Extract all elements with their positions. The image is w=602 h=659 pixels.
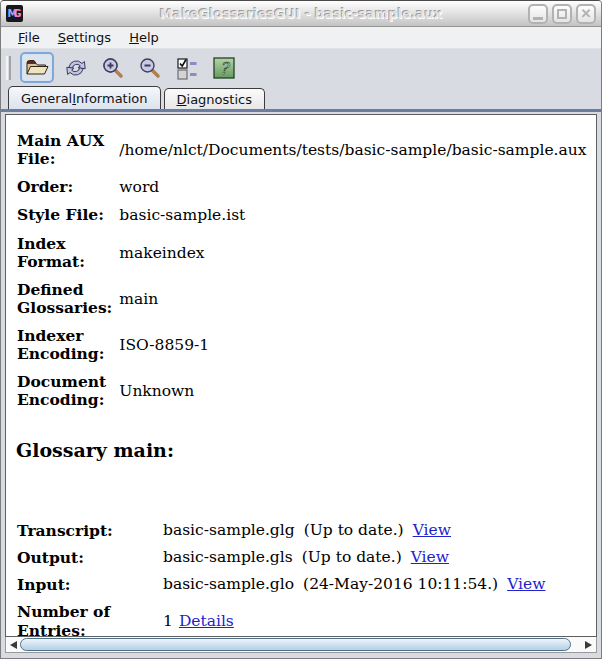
field-value-order: word — [118, 173, 587, 201]
table-row: Transcript: basic-sample.glg(Up to date.… — [16, 517, 546, 544]
tab-diagnostics[interactable]: Diagnostics — [164, 88, 265, 109]
input-file: basic-sample.glo — [163, 575, 294, 593]
table-row: Index Format: makeindex — [16, 230, 587, 276]
field-value-defined-glossaries: main — [118, 276, 587, 322]
field-label-order: Order: — [16, 173, 118, 201]
window-controls: ✕ — [528, 4, 596, 24]
table-row: Indexer Encoding: ISO-8859-1 — [16, 322, 587, 368]
window-title: MakeGlossariesGUI - basic-sample.aux — [1, 6, 601, 21]
menu-help-mnemonic: H — [129, 30, 139, 45]
output-status: (Up to date.) — [302, 548, 402, 566]
table-row: Document Encoding: Unknown — [16, 368, 587, 414]
app-window: MG MakeGlossariesGUI - basic-sample.aux … — [0, 0, 602, 659]
glossary-label-input: Input: — [16, 571, 162, 598]
glossary-main-table: Transcript: basic-sample.glg(Up to date.… — [16, 517, 546, 638]
tab-diagnostics-mnemonic: D — [177, 92, 187, 107]
open-folder-icon — [25, 56, 49, 80]
minimize-button[interactable] — [528, 4, 548, 24]
input-view-link[interactable]: View — [507, 575, 545, 593]
glossary-label-output: Output: — [16, 544, 162, 571]
field-label-defined-glossaries: Defined Glossaries: — [16, 276, 118, 322]
table-row: Number of Entries: 1Details — [16, 598, 546, 638]
table-row: Order: word — [16, 173, 587, 201]
maximize-icon — [557, 9, 567, 19]
help-button[interactable]: ? — [209, 53, 239, 83]
zoom-in-icon — [101, 56, 125, 80]
field-label-document-encoding: Document Encoding: — [16, 368, 118, 414]
close-button[interactable]: ✕ — [576, 4, 596, 24]
menu-settings[interactable]: Settings — [49, 28, 120, 47]
menu-bar: File Settings Help — [1, 27, 601, 49]
field-value-index-format: makeindex — [118, 230, 587, 276]
open-file-button[interactable] — [20, 52, 54, 83]
reload-button[interactable] — [61, 53, 91, 83]
tab-general-information[interactable]: General Information — [8, 86, 161, 109]
glossary-label-transcript: Transcript: — [16, 517, 162, 544]
transcript-view-link[interactable]: View — [413, 521, 451, 539]
menu-help-label-rest: elp — [139, 30, 159, 45]
zoom-out-button[interactable] — [135, 53, 165, 83]
entries-details-link[interactable]: Details — [179, 612, 234, 630]
field-value-style-file: basic-sample.ist — [118, 201, 587, 229]
menu-file[interactable]: File — [9, 28, 49, 47]
close-icon: ✕ — [578, 6, 594, 22]
menu-settings-label-rest: ettings — [66, 30, 111, 45]
output-file: basic-sample.gls — [163, 548, 293, 566]
general-info-pane[interactable]: Main AUX File: /home/nlct/Documents/test… — [5, 114, 597, 637]
table-row: Input: basic-sample.glo(24-May-2016 10:1… — [16, 571, 546, 598]
field-label-style-file: Style File: — [16, 201, 118, 229]
app-icon-letter-g: G — [13, 9, 21, 19]
toolbar-drag-handle[interactable] — [6, 56, 11, 80]
table-row: Defined Glossaries: main — [16, 276, 587, 322]
app-icon: MG — [6, 5, 23, 22]
tab-content-general-information: Main AUX File: /home/nlct/Documents/test… — [1, 112, 601, 658]
tab-strip: General Information Diagnostics — [1, 86, 601, 109]
field-label-index-format: Index Format: — [16, 230, 118, 276]
output-view-link[interactable]: View — [411, 548, 449, 566]
horizontal-scrollbar[interactable] — [5, 637, 597, 653]
transcript-file: basic-sample.glg — [163, 521, 295, 539]
transcript-status: (Up to date.) — [304, 521, 404, 539]
field-label-main-aux-file: Main AUX File: — [16, 127, 118, 173]
title-bar[interactable]: MG MakeGlossariesGUI - basic-sample.aux … — [1, 1, 601, 27]
field-label-indexer-encoding: Indexer Encoding: — [16, 322, 118, 368]
scroll-left-arrow-icon[interactable] — [10, 641, 17, 649]
toolbar: ? — [1, 49, 601, 86]
table-row: Main AUX File: /home/nlct/Documents/test… — [16, 127, 587, 173]
field-value-main-aux-file: /home/nlct/Documents/tests/basic-sample/… — [118, 127, 587, 173]
glossary-value-input: basic-sample.glo(24-May-2016 10:11:54.)V… — [162, 571, 546, 598]
glossary-value-transcript: basic-sample.glg(Up to date.)View — [162, 517, 546, 544]
menu-settings-mnemonic: S — [58, 30, 66, 45]
glossary-value-output: basic-sample.gls(Up to date.)View — [162, 544, 546, 571]
menu-help[interactable]: Help — [120, 28, 168, 47]
reload-icon — [64, 56, 88, 80]
tab-general-information-label: General — [21, 91, 72, 106]
input-status: (24-May-2016 10:11:54.) — [303, 575, 498, 593]
select-options-button[interactable] — [172, 53, 202, 83]
tab-general-information-label-rest: nformation — [76, 91, 147, 106]
glossary-main-heading: Glossary main: — [16, 439, 588, 461]
zoom-out-icon — [138, 56, 162, 80]
glossary-value-entries: 1Details — [162, 598, 546, 638]
select-options-icon — [175, 56, 199, 80]
table-row: Style File: basic-sample.ist — [16, 201, 587, 229]
help-icon: ? — [212, 56, 236, 80]
tab-diagnostics-label-rest: iagnostics — [187, 92, 252, 107]
field-value-indexer-encoding: ISO-8859-1 — [118, 322, 587, 368]
scroll-right-arrow-icon[interactable] — [585, 641, 592, 649]
scrollbar-thumb[interactable] — [20, 638, 571, 651]
table-row: Output: basic-sample.gls(Up to date.)Vie… — [16, 544, 546, 571]
entries-count: 1 — [163, 612, 173, 630]
minimize-icon — [533, 17, 543, 20]
zoom-in-button[interactable] — [98, 53, 128, 83]
maximize-button[interactable] — [552, 4, 572, 24]
glossary-label-entries: Number of Entries: — [16, 598, 162, 638]
field-value-document-encoding: Unknown — [118, 368, 587, 414]
spacer — [16, 461, 588, 517]
general-info-table: Main AUX File: /home/nlct/Documents/test… — [16, 127, 587, 415]
menu-file-label-rest: ile — [25, 30, 40, 45]
